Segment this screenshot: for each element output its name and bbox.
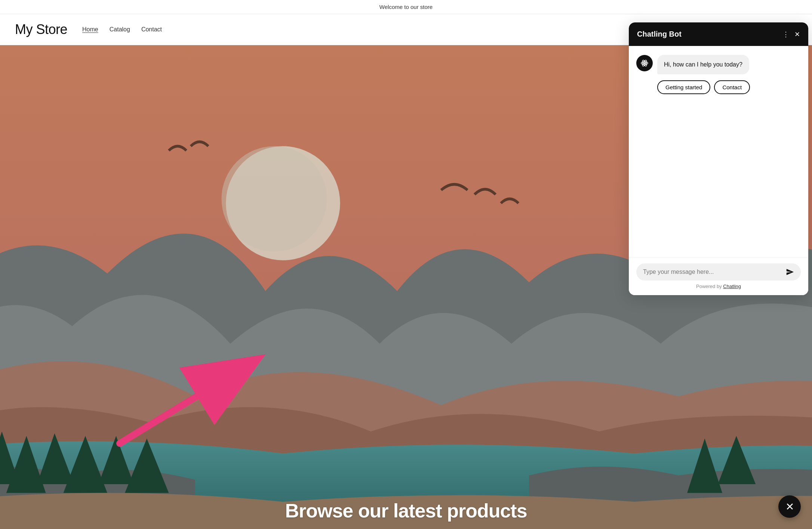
chatbot-panel: Chatling Bot ⋮ ✕ Hi, how can I help you … [629,22,808,295]
chatbot-powered-by: Powered by Chatling [636,284,801,289]
chatbot-body: Hi, how can I help you today? Getting st… [629,46,808,257]
close-fab-button[interactable]: ✕ [778,495,801,518]
quick-replies: Getting started Contact [657,80,801,94]
send-icon [786,268,794,276]
chatling-link[interactable]: Chatling [723,284,741,289]
chat-input-row [636,263,801,281]
chatbot-close-icon[interactable]: ✕ [794,31,800,38]
bot-avatar [636,55,653,71]
bot-message-row: Hi, how can I help you today? [636,55,801,74]
nav-link-catalog[interactable]: Catalog [110,26,130,33]
announcement-text: Welcome to our store [379,4,433,10]
nav-link-contact[interactable]: Contact [141,26,162,33]
nav-link-home[interactable]: Home [82,26,98,33]
hero-headline: Browse our latest products [0,499,812,522]
site-nav: Home Catalog Contact [82,26,162,33]
chatbot-more-icon[interactable]: ⋮ [782,31,789,38]
chat-input[interactable] [643,269,782,275]
chat-send-button[interactable] [786,268,794,276]
chatbot-header: Chatling Bot ⋮ ✕ [629,22,808,46]
bot-avatar-icon [640,59,649,68]
quick-reply-getting-started[interactable]: Getting started [657,80,710,94]
chatbot-title: Chatling Bot [637,30,682,38]
store-title: My Store [15,22,67,37]
announcement-bar: Welcome to our store [0,0,812,14]
svg-point-2 [222,146,327,251]
svg-point-13 [644,62,646,64]
chatbot-header-actions: ⋮ ✕ [782,31,800,38]
bot-greeting-bubble: Hi, how can I help you today? [657,55,749,74]
quick-reply-contact[interactable]: Contact [714,80,750,94]
chatbot-footer: Powered by Chatling [629,257,808,295]
